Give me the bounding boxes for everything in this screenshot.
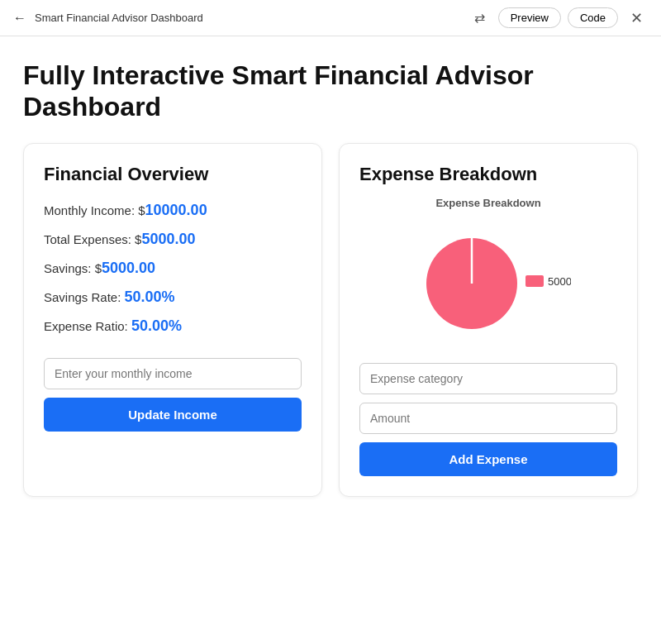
monthly-income-row: Monthly Income: $10000.00 [44, 202, 302, 219]
savings-value: 5000.00 [102, 260, 155, 276]
chart-title: Expense Breakdown [359, 197, 617, 209]
amount-input[interactable] [359, 403, 617, 434]
svg-text:5000: 5000 [548, 275, 571, 288]
add-expense-button[interactable]: Add Expense [359, 442, 617, 476]
preview-button[interactable]: Preview [498, 7, 561, 28]
total-expenses-row: Total Expenses: $5000.00 [44, 231, 302, 248]
expense-ratio-label: Expense Ratio: [44, 319, 131, 333]
savings-label: Savings: $ [44, 261, 102, 275]
expense-ratio-row: Expense Ratio: 50.00% [44, 317, 302, 335]
top-bar-right: ⇄ Preview Code ✕ [468, 7, 648, 30]
amount-input-wrap [359, 403, 617, 434]
expense-category-input[interactable] [359, 363, 617, 394]
chart-container: Expense Breakdown 5000 [359, 197, 617, 350]
dashboard-grid: Financial Overview Monthly Income: $1000… [23, 143, 638, 497]
total-expenses-label: Total Expenses: $ [44, 232, 141, 246]
page-title: Fully Interactive Smart Financial Adviso… [23, 60, 638, 123]
top-bar-left: ← Smart Financial Advisor Dashboard [13, 11, 203, 26]
savings-rate-label: Savings Rate: [44, 290, 125, 304]
savings-row: Savings: $5000.00 [44, 260, 302, 277]
financial-overview-card: Financial Overview Monthly Income: $1000… [23, 143, 322, 497]
expense-ratio-value: 50.00% [131, 317, 182, 334]
monthly-income-label: Monthly Income: $ [44, 203, 145, 217]
svg-rect-2 [525, 275, 544, 287]
income-input[interactable] [44, 358, 302, 389]
top-bar: ← Smart Financial Advisor Dashboard ⇄ Pr… [0, 0, 661, 36]
savings-rate-value: 50.00% [125, 289, 175, 305]
total-expenses-value: 5000.00 [141, 231, 195, 247]
code-button[interactable]: Code [568, 7, 618, 28]
financial-overview-title: Financial Overview [44, 164, 302, 185]
top-bar-title: Smart Financial Advisor Dashboard [35, 12, 203, 24]
savings-rate-row: Savings Rate: 50.00% [44, 289, 302, 306]
pie-chart: 5000 [406, 217, 571, 350]
refresh-icon[interactable]: ⇄ [468, 7, 492, 30]
expense-breakdown-title: Expense Breakdown [359, 164, 617, 185]
close-icon[interactable]: ✕ [625, 7, 648, 30]
monthly-income-value: 10000.00 [145, 202, 207, 218]
expense-breakdown-card: Expense Breakdown Expense Breakdown 5000 [339, 143, 638, 497]
main-content: Fully Interactive Smart Financial Adviso… [0, 36, 661, 644]
update-income-button[interactable]: Update Income [44, 398, 302, 432]
back-arrow-icon[interactable]: ← [13, 11, 26, 26]
